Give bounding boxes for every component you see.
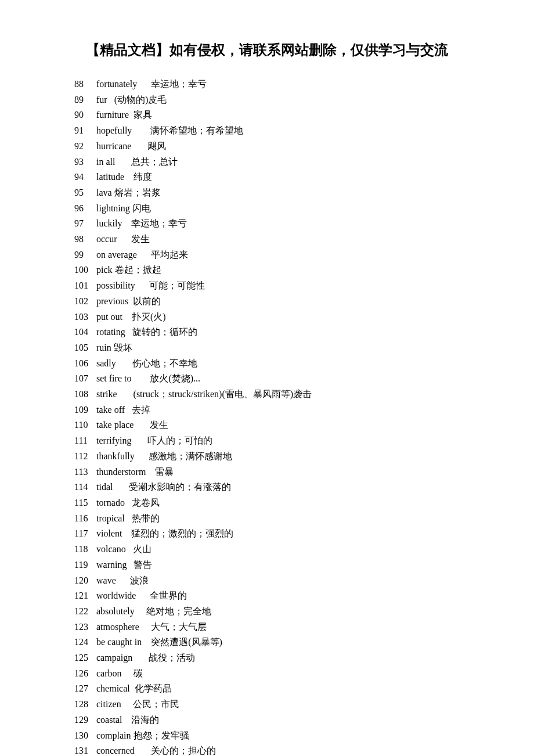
entry-gap bbox=[122, 218, 131, 228]
entry-word: absolutely bbox=[96, 606, 135, 616]
vocab-row: 116tropical 热带的 bbox=[74, 511, 476, 527]
entry-number: 128 bbox=[74, 697, 96, 712]
entry-word: previous bbox=[96, 296, 128, 306]
entry-word: atmosphere bbox=[96, 622, 139, 632]
entry-definition: 平均起来 bbox=[151, 250, 188, 260]
entry-definition: 化学药品 bbox=[135, 683, 172, 693]
entry-gap bbox=[135, 606, 146, 616]
entry-definition: 关心的；担心的 bbox=[151, 746, 216, 755]
vocab-row: 105ruin 毁坏 bbox=[74, 340, 476, 356]
vocab-row: 108strike (struck；struck/striken)(雷电、暴风雨… bbox=[74, 387, 476, 402]
vocab-row: 123atmosphere 大气；大气层 bbox=[74, 620, 476, 635]
entry-gap bbox=[135, 280, 149, 290]
entry-gap bbox=[107, 95, 114, 105]
entry-number: 131 bbox=[74, 743, 96, 756]
entry-definition: 满怀希望地；有希望地 bbox=[150, 125, 243, 135]
vocab-row: 131concerned 关心的；担心的 bbox=[74, 743, 476, 756]
entry-number: 112 bbox=[74, 449, 96, 465]
entry-number: 121 bbox=[74, 588, 96, 604]
entry-number: 113 bbox=[74, 465, 96, 480]
entry-word: pick bbox=[96, 265, 113, 275]
entry-gap bbox=[128, 296, 133, 306]
entry-number: 125 bbox=[74, 650, 96, 666]
document-page: 【精品文档】如有侵权，请联系网站删除，仅供学习与交流 88fortunately… bbox=[0, 0, 534, 756]
entry-definition: 飓风 bbox=[147, 141, 166, 151]
entry-number: 105 bbox=[74, 340, 96, 356]
entry-gap bbox=[139, 622, 151, 632]
entry-number: 95 bbox=[74, 185, 96, 201]
entry-word: strike bbox=[96, 389, 117, 399]
vocab-row: 93in all 总共；总计 bbox=[74, 154, 476, 170]
vocab-row: 91hopefully 满怀希望地；有希望地 bbox=[74, 123, 476, 139]
entry-gap bbox=[122, 668, 134, 678]
vocab-row: 101possibility 可能；可能性 bbox=[74, 278, 476, 294]
entry-word: concerned bbox=[96, 746, 135, 755]
entry-definition: 全世界的 bbox=[150, 591, 187, 600]
entry-number: 118 bbox=[74, 542, 96, 557]
entry-definition: 幸运地；幸亏 bbox=[151, 79, 207, 89]
entry-definition: 家具 bbox=[134, 110, 152, 120]
vocab-row: 89fur (动物的)皮毛 bbox=[74, 92, 476, 108]
entry-number: 122 bbox=[74, 604, 96, 620]
entry-number: 126 bbox=[74, 666, 96, 682]
vocab-row: 118volcano 火山 bbox=[74, 542, 476, 557]
vocab-row: 90furniture 家具 bbox=[74, 107, 476, 123]
entry-number: 110 bbox=[74, 417, 96, 433]
entry-definition: 沿海的 bbox=[131, 715, 159, 725]
entry-definition: 毁坏 bbox=[114, 343, 132, 352]
vocab-row: 99on average 平均起来 bbox=[74, 247, 476, 263]
entry-word: hurricane bbox=[96, 141, 131, 151]
entry-word: wave bbox=[96, 575, 116, 585]
entry-definition: 扑灭(火) bbox=[132, 312, 166, 322]
vocab-row: 100pick 卷起；掀起 bbox=[74, 262, 476, 278]
entry-number: 91 bbox=[74, 123, 96, 139]
entry-number: 96 bbox=[74, 201, 96, 217]
entry-number: 107 bbox=[74, 371, 96, 387]
entry-word: carbon bbox=[96, 668, 122, 678]
entry-definition: 发生 bbox=[150, 420, 168, 430]
vocab-row: 130complain 抱怨；发牢骚 bbox=[74, 728, 476, 744]
vocab-row: 128citizen 公民；市民 bbox=[74, 697, 476, 712]
entry-word: on average bbox=[96, 250, 137, 260]
entry-gap bbox=[113, 482, 129, 492]
entry-definition: 突然遭遇(风暴等) bbox=[151, 637, 222, 647]
entry-definition: 热带的 bbox=[132, 513, 160, 523]
entry-gap bbox=[122, 528, 131, 538]
entry-word: occur bbox=[96, 234, 117, 244]
entry-word: lightning bbox=[96, 203, 130, 213]
vocabulary-list: 88fortunately 幸运地；幸亏89fur (动物的)皮毛90furni… bbox=[0, 77, 534, 756]
entry-gap bbox=[125, 327, 132, 337]
vocab-row: 95lava 熔岩；岩浆 bbox=[74, 185, 476, 201]
entry-number: 123 bbox=[74, 620, 96, 635]
entry-word: in all bbox=[96, 157, 115, 167]
entry-definition: 闪电 bbox=[132, 203, 151, 213]
vocab-row: 103put out 扑灭(火) bbox=[74, 309, 476, 325]
entry-word: take off bbox=[96, 405, 125, 415]
entry-gap bbox=[130, 683, 135, 693]
vocab-row: 126carbon 碳 bbox=[74, 666, 476, 682]
vocab-row: 120wave 波浪 bbox=[74, 573, 476, 589]
entry-number: 109 bbox=[74, 402, 96, 418]
entry-word: complain bbox=[96, 730, 131, 740]
entry-definition: 以前的 bbox=[133, 296, 161, 306]
entry-word: hopefully bbox=[96, 125, 132, 135]
entry-gap bbox=[131, 141, 147, 151]
entry-number: 115 bbox=[74, 495, 96, 511]
vocab-row: 110take place 发生 bbox=[74, 417, 476, 433]
vocab-row: 114tidal 受潮水影响的；有涨落的 bbox=[74, 480, 476, 495]
vocab-row: 102previous 以前的 bbox=[74, 294, 476, 309]
entry-gap bbox=[121, 699, 133, 709]
entry-number: 104 bbox=[74, 325, 96, 340]
entry-gap bbox=[122, 715, 131, 725]
entry-definition: 公民；市民 bbox=[133, 699, 179, 709]
entry-word: tornado bbox=[96, 498, 125, 507]
entry-gap bbox=[122, 312, 132, 322]
entry-number: 108 bbox=[74, 387, 96, 402]
entry-definition: 龙卷风 bbox=[132, 498, 160, 507]
entry-word: coastal bbox=[96, 715, 122, 725]
entry-definition: (struck；struck/striken)(雷电、暴风雨等)袭击 bbox=[134, 389, 312, 399]
entry-definition: 战役；活动 bbox=[149, 653, 195, 663]
entry-definition: 波浪 bbox=[130, 575, 149, 585]
entry-definition: 可能；可能性 bbox=[149, 280, 205, 290]
entry-gap bbox=[117, 234, 131, 244]
